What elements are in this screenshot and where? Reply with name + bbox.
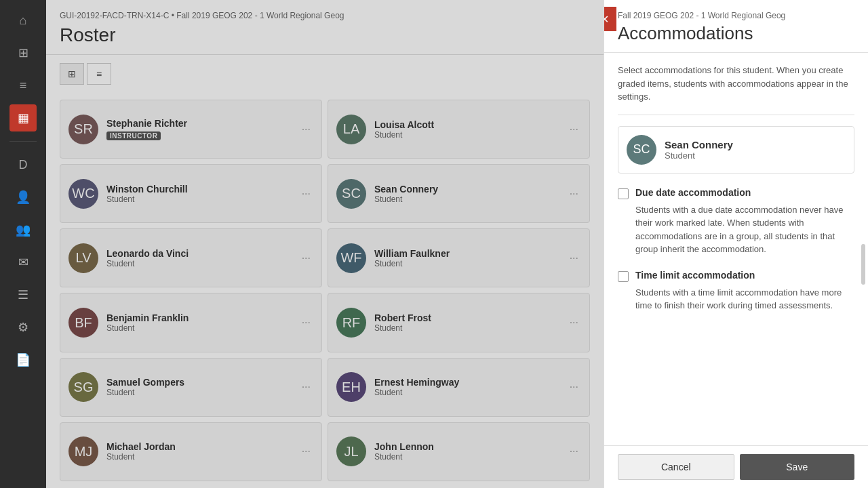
student-name: Winston Churchill [106,184,291,195]
student-info: Louisa Alcott Student [374,119,559,140]
student-name: Benjamin Franklin [106,312,291,323]
card-menu-button[interactable]: ··· [299,443,313,460]
list-item[interactable]: EH Ernest Hemingway Student ··· [328,358,590,417]
avatar: SC [336,179,366,209]
student-name: Samuel Gompers [106,377,291,388]
card-menu-button[interactable]: ··· [567,121,581,138]
selected-student-avatar: SC [627,135,656,165]
sidebar-icon-home[interactable]: ⌂ [9,7,37,34]
sidebar-icon-list[interactable]: ☰ [9,281,37,308]
student-info: Leonardo da Vinci Student [106,248,291,268]
sidebar-icon-mail[interactable]: ✉ [9,249,37,276]
sidebar-icon-people[interactable]: 👥 [9,216,37,243]
sidebar-icon-file[interactable]: 📄 [9,346,37,373]
page-title: Roster [60,24,590,46]
panel-course: Fall 2019 GEOG 202 - 1 World Regional Ge… [618,11,854,20]
student-name: Michael Jordan [106,441,291,452]
sidebar-icon-settings[interactable]: ⚙ [9,314,37,341]
student-name: Sean Connery [374,184,559,195]
close-button[interactable]: ✕ [604,7,616,31]
due-date-label: Due date accommodation [635,187,751,198]
student-info: Michael Jordan Student [106,441,291,462]
avatar: JL [336,436,366,466]
list-item[interactable]: SR Stephanie Richter INSTRUCTOR ··· [60,100,322,159]
student-role: Student [374,130,559,140]
sidebar-divider [9,141,37,142]
student-info: Samuel Gompers Student [106,377,291,397]
roster-modal: GUI-20192-FACD-TRN-X14-C • Fall 2019 GEO… [46,0,604,488]
list-item[interactable]: JL John Lennon Student ··· [328,422,590,481]
student-info: Robert Frost Student [374,312,559,333]
due-date-description: Students with a due date accommodation n… [618,203,854,256]
card-menu-button[interactable]: ··· [299,185,313,203]
list-item[interactable]: MJ Michael Jordan Student ··· [60,422,322,481]
save-button[interactable]: Save [740,454,855,480]
list-item[interactable]: WF William Faulkner Student ··· [328,228,590,287]
card-menu-button[interactable]: ··· [299,121,313,138]
sidebar-icon-docs[interactable]: D [9,151,37,178]
card-menu-button[interactable]: ··· [567,314,581,331]
sidebar-icon-graph[interactable]: ▦ [9,104,37,131]
selected-student-name: Sean Connery [665,139,733,150]
grid-view-button[interactable]: ⊞ [60,63,84,85]
sidebar: ⌂ ⊞ ≡ ▦ D 👤 👥 ✉ ☰ ⚙ 📄 [0,0,46,488]
panel-body: Select accommodations for this student. … [604,53,868,445]
student-name: Louisa Alcott [374,119,559,130]
close-icon: ✕ [604,13,609,26]
student-role: Student [374,452,559,462]
accommodations-panel: ✕ Fall 2019 GEOG 202 - 1 World Regional … [604,0,868,488]
time-limit-checkbox[interactable] [618,271,629,282]
accommodation-time-limit-header: Time limit accommodation [618,270,854,282]
student-name: Robert Frost [374,312,559,323]
student-role: Student [374,388,559,397]
student-role: Student [374,259,559,268]
accommodation-time-limit: Time limit accommodation Students with a… [618,270,854,312]
list-view-icon: ≡ [96,68,102,79]
avatar: SG [68,372,98,402]
sidebar-icon-layers[interactable]: ≡ [9,72,37,99]
cancel-button[interactable]: Cancel [618,454,734,480]
student-role: Student [106,259,291,268]
selected-student-card: SC Sean Connery Student [618,126,854,174]
selected-student-info: Sean Connery Student [665,139,733,161]
panel-description: Select accommodations for this student. … [618,64,854,115]
student-name: Stephanie Richter [106,118,291,129]
sidebar-icon-grid[interactable]: ⊞ [9,39,37,66]
student-name: Leonardo da Vinci [106,248,291,259]
scrollbar[interactable] [861,244,865,285]
list-view-button[interactable]: ≡ [87,63,111,85]
accommodation-due-date: Due date accommodation Students with a d… [618,187,854,256]
avatar: WF [336,243,366,273]
list-item[interactable]: BF Benjamin Franklin Student ··· [60,293,322,352]
student-info: Sean Connery Student [374,184,559,204]
card-menu-button[interactable]: ··· [567,378,581,396]
card-menu-button[interactable]: ··· [567,249,581,267]
list-item[interactable]: SG Samuel Gompers Student ··· [60,358,322,417]
card-menu-button[interactable]: ··· [299,314,313,331]
roster-header: GUI-20192-FACD-TRN-X14-C • Fall 2019 GEO… [46,0,604,55]
list-item[interactable]: LV Leonardo da Vinci Student ··· [60,228,322,287]
student-role: Student [374,195,559,204]
student-info: Benjamin Franklin Student [106,312,291,333]
card-menu-button[interactable]: ··· [567,443,581,460]
sidebar-icon-person[interactable]: 👤 [9,184,37,211]
due-date-checkbox[interactable] [618,188,629,199]
panel-footer: Cancel Save [604,445,868,488]
card-menu-button[interactable]: ··· [567,185,581,203]
avatar: BF [68,308,98,338]
panel-title: Accommodations [618,23,854,44]
selected-student-role: Student [665,150,733,161]
accommodation-due-date-header: Due date accommodation [618,187,854,199]
panel-header: Fall 2019 GEOG 202 - 1 World Regional Ge… [604,0,868,53]
card-menu-button[interactable]: ··· [299,249,313,267]
student-name: William Faulkner [374,248,559,259]
list-item[interactable]: SC Sean Connery Student ··· [328,164,590,223]
student-info: Stephanie Richter INSTRUCTOR [106,118,291,141]
card-menu-button[interactable]: ··· [299,378,313,396]
list-item[interactable]: LA Louisa Alcott Student ··· [328,100,590,159]
instructor-badge: INSTRUCTOR [106,131,161,140]
list-item[interactable]: WC Winston Churchill Student ··· [60,164,322,223]
list-item[interactable]: RF Robert Frost Student ··· [328,293,590,352]
student-info: Winston Churchill Student [106,184,291,204]
student-name: Ernest Hemingway [374,377,559,388]
